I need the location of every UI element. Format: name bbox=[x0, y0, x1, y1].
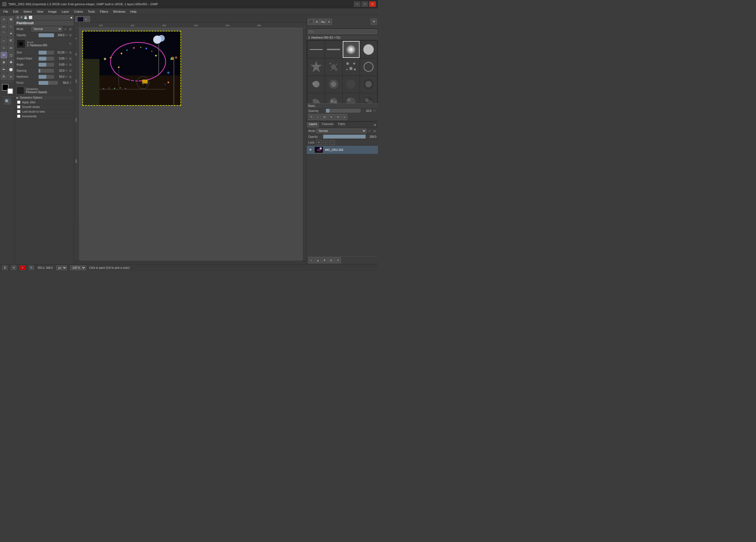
brush-grid-container[interactable] bbox=[307, 40, 378, 103]
close-button[interactable]: ✕ bbox=[369, 1, 376, 7]
brush-cell-3[interactable] bbox=[343, 41, 360, 58]
image-tab[interactable]: ✕ bbox=[75, 16, 90, 22]
heal-tool-btn[interactable]: ✚ bbox=[8, 59, 14, 66]
mode-reset-btn[interactable]: ↺ bbox=[63, 27, 67, 31]
panel-icon-3[interactable]: Aa bbox=[320, 19, 326, 25]
tab-paths[interactable]: Paths bbox=[336, 122, 348, 128]
lock-brush-checkbox[interactable] bbox=[17, 110, 20, 113]
menu-file[interactable]: File bbox=[1, 9, 10, 14]
panel-icon-4[interactable]: ≡ bbox=[326, 19, 332, 25]
hardness-chain-btn[interactable]: ⛓ bbox=[68, 75, 72, 79]
layer-delete-btn[interactable]: ✕ bbox=[335, 257, 341, 263]
size-slider[interactable] bbox=[39, 51, 54, 55]
tool-options-icon2[interactable]: ↺ bbox=[20, 16, 23, 19]
dynamics-edit-btn[interactable]: ✎ bbox=[68, 89, 72, 93]
brush-cell-2[interactable] bbox=[325, 41, 342, 58]
brush-delete-action[interactable]: ✕ bbox=[328, 114, 334, 120]
spacing-slider[interactable] bbox=[39, 69, 54, 73]
menu-layer[interactable]: Layer bbox=[60, 9, 72, 14]
canvas-scrollbar-v[interactable] bbox=[303, 28, 306, 261]
brush-edit-action[interactable]: ✎ bbox=[308, 114, 314, 120]
status-icon-3[interactable]: ✕ bbox=[20, 265, 25, 270]
ink-tool-btn[interactable]: ✒ bbox=[1, 66, 7, 73]
brush-cell-15[interactable] bbox=[343, 93, 360, 103]
panel-close-btn[interactable]: ✕ bbox=[371, 19, 377, 25]
layers-mode-reset[interactable]: ↺ bbox=[368, 129, 371, 133]
opacity-chain-btn[interactable]: ⛓ bbox=[68, 33, 72, 37]
canvas-scrollbar-h[interactable] bbox=[74, 261, 306, 264]
brush-cell-8[interactable] bbox=[360, 58, 377, 75]
tab-layers[interactable]: Layers bbox=[307, 122, 320, 128]
bucket-fill-btn[interactable]: ⬤ bbox=[8, 66, 14, 73]
menu-image[interactable]: Image bbox=[46, 9, 59, 14]
menu-tools[interactable]: Tools bbox=[86, 9, 97, 14]
status-unit-select[interactable]: px % in bbox=[56, 266, 67, 270]
opacity-reset-btn[interactable]: ↺ bbox=[64, 33, 68, 37]
brush-view-action[interactable]: ≡ bbox=[341, 114, 347, 120]
brush-cell-1[interactable] bbox=[308, 41, 325, 58]
layer-visibility-toggle[interactable]: 👁 bbox=[308, 148, 313, 152]
lock-add-btn[interactable]: + bbox=[323, 140, 328, 145]
zoom-tool-btn[interactable]: 🔍 bbox=[4, 98, 11, 105]
eraser-tool-btn[interactable]: ◻ bbox=[8, 52, 14, 58]
menu-filters[interactable]: Filters bbox=[98, 9, 110, 14]
rect-select-btn[interactable]: ▭ bbox=[1, 23, 7, 30]
aspect-chain-btn[interactable]: ⛓ bbox=[68, 57, 72, 61]
minimize-button[interactable]: ─ bbox=[354, 1, 360, 7]
layers-mode-chain[interactable]: ⛓ bbox=[372, 129, 376, 133]
tool-options-icon1[interactable]: ⊙ bbox=[17, 16, 19, 19]
align-tool-btn[interactable]: ⊞ bbox=[8, 16, 14, 23]
spacing-slider-right[interactable] bbox=[326, 109, 361, 113]
size-chain-btn[interactable]: ⛓ bbox=[68, 51, 72, 55]
angle-chain-btn[interactable]: ⛓ bbox=[68, 63, 72, 67]
brush-cell-13[interactable] bbox=[308, 93, 325, 103]
brush-duplicate-action[interactable]: ⧉ bbox=[322, 114, 328, 120]
spacing-reset-btn[interactable]: ↺ bbox=[64, 69, 68, 73]
angle-slider[interactable] bbox=[39, 63, 54, 67]
menu-help[interactable]: Help bbox=[128, 9, 139, 14]
apply-jitter-checkbox[interactable] bbox=[17, 101, 20, 104]
layer-item[interactable]: 👁 IMG_2952-300 bbox=[307, 146, 378, 154]
aspect-reset-btn[interactable]: ↺ bbox=[64, 57, 68, 61]
menu-windows[interactable]: Windows bbox=[111, 9, 128, 14]
tab-close-btn[interactable]: ✕ bbox=[84, 18, 88, 21]
menu-view[interactable]: View bbox=[34, 9, 45, 14]
status-icon-2[interactable]: ↺ bbox=[11, 265, 17, 270]
brush-cell-16[interactable] bbox=[360, 93, 377, 103]
menu-edit[interactable]: Edit bbox=[11, 9, 21, 14]
layer-lower-btn[interactable]: ▼ bbox=[322, 257, 328, 263]
color-picker-btn[interactable]: ⌾ bbox=[8, 73, 14, 80]
brush-cell-11[interactable] bbox=[343, 76, 360, 93]
layers-opacity-slider[interactable] bbox=[323, 135, 366, 139]
shear-tool-btn[interactable]: ⇱ bbox=[8, 37, 14, 44]
brush-refresh-action[interactable]: ↺ bbox=[335, 114, 341, 120]
opacity-slider[interactable] bbox=[39, 33, 54, 37]
text-tool-btn[interactable]: A bbox=[1, 73, 7, 80]
background-color[interactable] bbox=[7, 88, 13, 94]
brush-filter-input[interactable] bbox=[308, 29, 377, 34]
menu-select[interactable]: Select bbox=[21, 9, 34, 14]
panel-icon-2[interactable]: A bbox=[314, 19, 320, 25]
layer-raise-btn[interactable]: ▲ bbox=[315, 257, 321, 263]
lock-pixels-btn[interactable]: ✏ bbox=[317, 140, 322, 145]
maximize-button[interactable]: □ bbox=[361, 1, 368, 7]
status-icon-1[interactable]: ⬇ bbox=[2, 265, 8, 270]
move-tool-btn[interactable]: ⊹ bbox=[1, 16, 7, 23]
angle-reset-btn[interactable]: ↺ bbox=[64, 63, 68, 67]
mode-select[interactable]: Normal Dissolve Multiply bbox=[31, 27, 62, 31]
layers-panel-menu[interactable]: ≡ bbox=[372, 122, 378, 128]
paintbrush-tool-btn[interactable]: ✏ bbox=[1, 52, 7, 58]
mode-chain-btn[interactable]: ⛓ bbox=[68, 27, 72, 31]
spacing-chain-btn[interactable]: ⛓ bbox=[68, 69, 72, 73]
force-slider[interactable] bbox=[39, 81, 58, 85]
brush-cell-6[interactable] bbox=[325, 58, 342, 75]
warp-tool-btn[interactable]: ⌁ bbox=[1, 45, 7, 51]
brush-new-action[interactable]: + bbox=[315, 114, 321, 120]
status-zoom-select[interactable]: 100 % 50 % 200 % bbox=[70, 266, 86, 270]
status-icon-4[interactable]: ↻ bbox=[29, 265, 34, 270]
scale-tool-btn[interactable]: ↔ bbox=[1, 37, 7, 44]
clone-tool-btn[interactable]: ⊕ bbox=[1, 59, 7, 66]
brush-cell-5[interactable] bbox=[308, 58, 325, 75]
brush-cell-7[interactable] bbox=[343, 58, 360, 75]
hardness-reset-btn[interactable]: ↺ bbox=[64, 75, 68, 79]
